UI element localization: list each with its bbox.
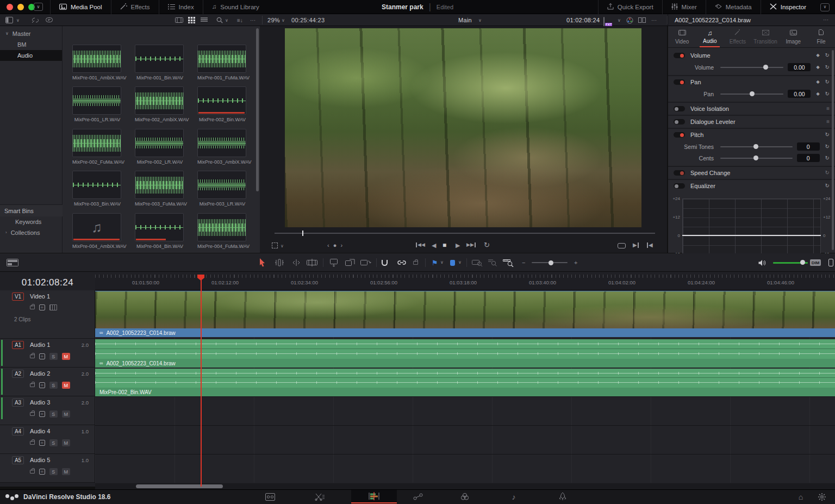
reset-icon[interactable]: ↻ bbox=[825, 65, 830, 70]
track-destination-badge[interactable]: V1 bbox=[12, 293, 24, 301]
media-clip[interactable]: MixPre-004_FuMa.WAV bbox=[197, 213, 247, 249]
cents-slider[interactable] bbox=[720, 158, 793, 159]
search-chevron-icon[interactable]: ∨ bbox=[225, 18, 228, 23]
sound-library-tab[interactable]: ♫ Sound Library bbox=[203, 0, 268, 14]
mute-button[interactable]: M bbox=[62, 468, 70, 475]
timeline-horizontal-scrollbar[interactable] bbox=[95, 483, 835, 489]
auto-select-icon[interactable]: ‹› bbox=[39, 440, 45, 446]
track-name[interactable]: Audio 5 bbox=[30, 457, 50, 463]
timeline-selector-chevron-icon[interactable]: ∨ bbox=[478, 18, 482, 23]
marker-button[interactable] bbox=[450, 253, 455, 272]
track-id-badge[interactable]: A4 bbox=[12, 427, 24, 435]
reset-icon[interactable]: ↻ bbox=[825, 132, 830, 138]
selection-mode-tool[interactable] bbox=[259, 253, 266, 272]
dual-viewer-icon[interactable] bbox=[638, 17, 646, 23]
zoom-detail-icon[interactable] bbox=[488, 253, 497, 272]
pitch-toggle[interactable] bbox=[674, 132, 685, 138]
snapping-magnet-toggle[interactable] bbox=[382, 253, 388, 272]
stop-button[interactable]: ■ bbox=[443, 242, 446, 248]
auto-select-icon[interactable]: ‹› bbox=[39, 304, 45, 310]
thumbnail-view-icon[interactable] bbox=[188, 17, 195, 23]
video-clip-filmstrip[interactable] bbox=[95, 291, 835, 328]
keyframe-diamond-icon[interactable]: ◆ bbox=[816, 53, 819, 58]
track-header-audio-3[interactable]: A3 Audio 3 2.0 ‹› S M bbox=[0, 396, 95, 425]
tab-file[interactable]: File bbox=[807, 26, 835, 47]
replace-clip-button[interactable] bbox=[360, 253, 372, 272]
flag-button[interactable]: ⚑ bbox=[432, 253, 438, 272]
reset-icon[interactable]: ↻ bbox=[825, 155, 830, 161]
media-pool-scrollbar[interactable] bbox=[256, 28, 259, 191]
index-tab[interactable]: Index bbox=[159, 0, 203, 14]
page-cut[interactable] bbox=[307, 490, 332, 503]
marker-chevron-icon[interactable]: ∨ bbox=[458, 253, 462, 272]
collapse-panels-toggle-right[interactable]: ∨ bbox=[820, 3, 830, 11]
track-lock-icon[interactable] bbox=[30, 470, 35, 474]
custom-zoom-icon[interactable] bbox=[503, 253, 514, 272]
auto-select-icon[interactable]: ‹› bbox=[39, 411, 45, 417]
track-lock-icon[interactable] bbox=[30, 306, 35, 309]
media-clip[interactable]: MixPre-003_FuMa.WAV bbox=[135, 171, 185, 207]
track-lock-icon[interactable] bbox=[30, 383, 35, 387]
track-header-audio-5[interactable]: A5 Audio 5 1.0 ‹› S M bbox=[0, 454, 95, 483]
keyframe-diamond-icon[interactable]: ◆ bbox=[816, 80, 819, 84]
page-fusion[interactable] bbox=[406, 490, 431, 503]
volume-slider-handle[interactable] bbox=[763, 65, 768, 70]
filmstrip-view-icon[interactable] bbox=[175, 17, 183, 23]
expand-menu-icon[interactable]: ≡ bbox=[826, 106, 830, 111]
audio-clip-a2-name-bar[interactable]: MixPre-002_Bin.WAV bbox=[95, 388, 835, 396]
project-manager-home-icon[interactable]: ⌂ bbox=[793, 490, 809, 503]
track-name[interactable]: Audio 2 bbox=[30, 370, 50, 377]
loop-range-icon[interactable] bbox=[618, 243, 626, 248]
jog-control[interactable]: ‹ ● › bbox=[327, 242, 344, 248]
viewer-scrub-playhead[interactable] bbox=[302, 231, 303, 236]
zoom-in-button[interactable]: + bbox=[574, 253, 577, 272]
step-back-button[interactable]: ◀ bbox=[432, 242, 436, 248]
volume-toggle[interactable] bbox=[674, 53, 685, 58]
more-options-icon[interactable]: ··· bbox=[250, 18, 256, 23]
solo-button[interactable]: S bbox=[49, 410, 58, 418]
fxt-chevron-icon[interactable]: ∨ bbox=[618, 18, 621, 23]
audio-clip-a2-body[interactable] bbox=[95, 369, 835, 388]
reset-icon[interactable]: ↻ bbox=[825, 53, 830, 58]
reset-icon[interactable]: ↻ bbox=[825, 170, 830, 176]
insert-clip-button[interactable] bbox=[328, 253, 339, 272]
keyframe-diamond-icon[interactable]: ◆ bbox=[816, 65, 819, 70]
usage-filter-icon[interactable] bbox=[46, 17, 54, 23]
clone-tool-icon[interactable] bbox=[32, 17, 39, 23]
timeline-zoom-slider-handle[interactable] bbox=[549, 260, 553, 265]
macos-close-button[interactable] bbox=[7, 4, 13, 10]
equalizer-graph[interactable]: +24 +12 0 -12 +24 +12 0 -12 bbox=[670, 196, 833, 256]
mixer-panel-toggle-icon[interactable] bbox=[828, 253, 833, 272]
flag-chevron-icon[interactable]: ∨ bbox=[440, 253, 444, 272]
speaker-icon[interactable] bbox=[758, 253, 766, 272]
linked-selection-toggle[interactable] bbox=[397, 253, 407, 272]
inspector-header-options-icon[interactable]: ··· bbox=[823, 17, 828, 23]
previous-edit-icon[interactable]: ◀ bbox=[647, 242, 653, 248]
play-button[interactable]: ▶ bbox=[456, 242, 460, 248]
monitor-volume-slider[interactable] bbox=[773, 253, 808, 272]
overwrite-clip-button[interactable] bbox=[345, 253, 356, 272]
expand-menu-icon[interactable]: ≡ bbox=[826, 119, 830, 125]
solo-button[interactable]: S bbox=[49, 382, 58, 389]
zoom-full-extent-icon[interactable] bbox=[472, 253, 483, 272]
cents-slider-handle[interactable] bbox=[753, 155, 758, 160]
media-clip[interactable]: MixPre-001_LR.WAV bbox=[72, 86, 122, 122]
track-header-audio-4[interactable]: A4 Audio 4 1.0 ‹› S M bbox=[0, 425, 95, 454]
monitor-volume-handle[interactable] bbox=[800, 260, 805, 265]
media-clip[interactable]: MixPre-002_Bin.WAV bbox=[197, 86, 247, 122]
dynamic-trim-mode-tool[interactable] bbox=[291, 253, 301, 272]
solo-button[interactable]: S bbox=[49, 353, 58, 360]
track-id-badge[interactable]: A3 bbox=[12, 399, 24, 407]
mixer-button[interactable]: Mixer bbox=[662, 0, 706, 14]
page-fairlight[interactable]: ♪ bbox=[501, 490, 526, 503]
solo-button[interactable]: S bbox=[49, 468, 58, 475]
equalizer-toggle[interactable] bbox=[674, 183, 685, 189]
auto-select-icon[interactable]: ‹› bbox=[39, 382, 45, 388]
track-id-badge[interactable]: A2 bbox=[12, 370, 24, 378]
reset-icon[interactable]: ↻ bbox=[825, 144, 830, 150]
timeline-ruler[interactable]: 01:01:50:00 01:02:12:00 01:02:34:00 01:0… bbox=[95, 275, 835, 290]
cents-value[interactable]: 0 bbox=[797, 154, 820, 162]
video-clip-name-bar[interactable]: ∞ A002_10052223_C014.braw bbox=[95, 328, 835, 337]
page-color[interactable] bbox=[452, 490, 477, 503]
timeline-zoom-slider[interactable] bbox=[532, 253, 568, 272]
